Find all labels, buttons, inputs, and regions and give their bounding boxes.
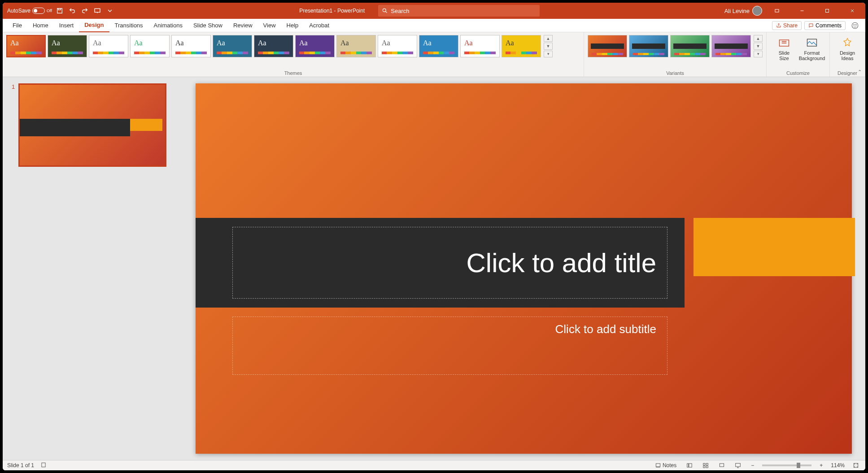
theme-thumbnail-1[interactable]: Aa bbox=[48, 35, 87, 57]
variants-more-button[interactable]: ▲▼▾ bbox=[754, 35, 763, 57]
reading-view-button[interactable] bbox=[717, 462, 727, 469]
tab-design[interactable]: Design bbox=[79, 19, 109, 32]
tab-home[interactable]: Home bbox=[27, 19, 54, 32]
variants-group-label: Variants bbox=[588, 69, 763, 76]
slideshow-view-button[interactable] bbox=[733, 462, 743, 469]
title-placeholder[interactable]: Click to add title bbox=[232, 227, 667, 299]
theme-thumbnail-9[interactable]: Aa bbox=[378, 35, 417, 57]
zoom-slider[interactable] bbox=[762, 464, 811, 466]
notes-button[interactable]: Notes bbox=[653, 462, 678, 469]
designer-group-label: Designer bbox=[833, 69, 861, 76]
minimize-button[interactable] bbox=[792, 3, 812, 19]
account-button[interactable]: Ali Levine bbox=[724, 6, 762, 16]
theme-thumbnail-12[interactable]: Aa bbox=[502, 35, 541, 57]
share-icon bbox=[776, 23, 781, 28]
svg-rect-11 bbox=[42, 463, 45, 467]
tab-slide-show[interactable]: Slide Show bbox=[188, 19, 228, 32]
comment-icon bbox=[808, 23, 814, 28]
zoom-level[interactable]: 114% bbox=[831, 462, 845, 469]
tab-review[interactable]: Review bbox=[228, 19, 258, 32]
themes-group: AaAaAaAaAaAaAaAaAaAaAaAaAa▲▼▾ Themes bbox=[3, 32, 584, 77]
avatar-icon bbox=[752, 6, 762, 16]
themes-more-button[interactable]: ▲▼▾ bbox=[544, 35, 553, 57]
svg-rect-19 bbox=[720, 464, 724, 467]
svg-rect-12 bbox=[656, 464, 660, 467]
maximize-button[interactable] bbox=[817, 3, 837, 19]
undo-button[interactable] bbox=[67, 6, 77, 16]
slide-canvas[interactable]: Click to add title Click to add subtitle bbox=[196, 83, 852, 454]
themes-group-label: Themes bbox=[6, 69, 580, 76]
search-box[interactable]: Search bbox=[378, 5, 540, 17]
format-background-button[interactable]: Format Background bbox=[798, 35, 826, 63]
workspace: 1 Click to add title Click to add subtit… bbox=[3, 77, 865, 460]
close-button[interactable] bbox=[842, 3, 863, 19]
slide-thumbnail-1[interactable] bbox=[18, 83, 166, 167]
theme-thumbnail-7[interactable]: Aa bbox=[295, 35, 335, 57]
theme-thumbnail-8[interactable]: Aa bbox=[336, 35, 376, 57]
slide-number: 1 bbox=[12, 83, 15, 167]
theme-thumbnail-6[interactable]: Aa bbox=[254, 35, 293, 57]
tab-insert[interactable]: Insert bbox=[54, 19, 79, 32]
variant-thumbnail-2[interactable] bbox=[670, 35, 710, 57]
theme-thumbnail-5[interactable]: Aa bbox=[213, 35, 252, 57]
svg-point-8 bbox=[856, 24, 857, 25]
theme-thumbnail-2[interactable]: Aa bbox=[89, 35, 128, 57]
theme-thumbnail-0[interactable]: Aa bbox=[6, 35, 46, 57]
share-label: Share bbox=[783, 22, 798, 29]
collapse-ribbon-button[interactable]: ⌃ bbox=[858, 69, 862, 75]
ribbon-tabs: File Home Insert Design Transitions Anim… bbox=[3, 19, 865, 32]
accessibility-icon[interactable] bbox=[40, 462, 47, 469]
svg-rect-17 bbox=[703, 466, 705, 468]
svg-rect-4 bbox=[775, 9, 779, 12]
subtitle-placeholder-text: Click to add subtitle bbox=[555, 322, 656, 336]
svg-rect-18 bbox=[706, 466, 708, 468]
tab-help[interactable]: Help bbox=[281, 19, 304, 32]
tab-transitions[interactable]: Transitions bbox=[109, 19, 148, 32]
variant-thumbnail-0[interactable] bbox=[588, 35, 627, 57]
theme-thumbnail-4[interactable]: Aa bbox=[171, 35, 211, 57]
tab-view[interactable]: View bbox=[258, 19, 281, 32]
design-ideas-label: Design Ideas bbox=[837, 50, 858, 61]
save-button[interactable] bbox=[55, 6, 65, 16]
variant-thumbnail-3[interactable] bbox=[711, 35, 751, 57]
format-background-label: Format Background bbox=[799, 50, 825, 61]
normal-view-button[interactable] bbox=[685, 462, 694, 469]
autosave-state: Off bbox=[47, 9, 52, 13]
qat-more-button[interactable] bbox=[105, 6, 115, 16]
svg-rect-14 bbox=[689, 464, 692, 467]
subtitle-placeholder[interactable]: Click to add subtitle bbox=[232, 317, 667, 375]
ribbon: AaAaAaAaAaAaAaAaAaAaAaAaAa▲▼▾ Themes ▲▼▾… bbox=[3, 32, 865, 77]
design-ideas-button[interactable]: Design Ideas bbox=[833, 35, 861, 63]
slide-sorter-view-button[interactable] bbox=[701, 462, 711, 469]
tab-file[interactable]: File bbox=[7, 19, 27, 32]
theme-thumbnail-10[interactable]: Aa bbox=[419, 35, 458, 57]
document-title: Presentation1 - PowerPoint bbox=[299, 8, 365, 14]
comments-button[interactable]: Comments bbox=[804, 21, 846, 30]
autosave-toggle[interactable]: AutoSave Off bbox=[7, 8, 52, 14]
svg-rect-13 bbox=[687, 464, 689, 467]
customize-group-label: Customize bbox=[770, 69, 826, 76]
fit-to-window-button[interactable] bbox=[851, 462, 861, 469]
slide-size-button[interactable]: Slide Size bbox=[770, 35, 798, 63]
tab-animations[interactable]: Animations bbox=[148, 19, 188, 32]
notes-label: Notes bbox=[663, 462, 676, 469]
autosave-switch-icon bbox=[32, 8, 45, 14]
accent-block-shape bbox=[694, 218, 855, 276]
zoom-out-button[interactable]: − bbox=[749, 462, 756, 469]
search-icon bbox=[382, 8, 388, 14]
share-button[interactable]: Share bbox=[772, 21, 802, 30]
user-name: Ali Levine bbox=[724, 8, 750, 14]
variant-thumbnail-1[interactable] bbox=[629, 35, 668, 57]
tab-acrobat[interactable]: Acrobat bbox=[304, 19, 335, 32]
feedback-button[interactable] bbox=[849, 20, 861, 31]
slide-panel: 1 bbox=[3, 77, 182, 460]
svg-rect-1 bbox=[58, 9, 61, 10]
present-from-start-button[interactable] bbox=[92, 6, 102, 16]
slide-canvas-area: Click to add title Click to add subtitle bbox=[182, 77, 865, 460]
theme-thumbnail-11[interactable]: Aa bbox=[460, 35, 500, 57]
redo-button[interactable] bbox=[80, 6, 90, 16]
svg-rect-16 bbox=[706, 463, 708, 465]
theme-thumbnail-3[interactable]: Aa bbox=[130, 35, 170, 57]
ribbon-display-options-button[interactable] bbox=[767, 3, 787, 19]
zoom-in-button[interactable]: + bbox=[818, 462, 824, 469]
